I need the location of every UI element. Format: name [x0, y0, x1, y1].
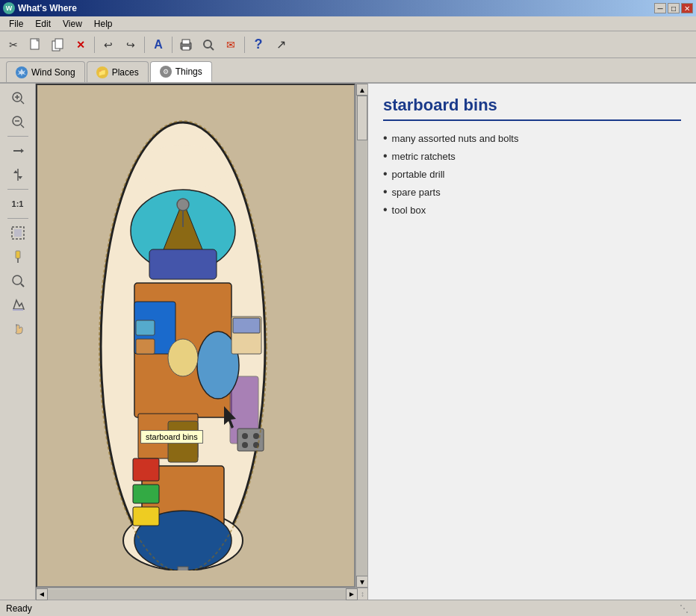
- list-item: • many assorted nuts and bolts: [383, 131, 681, 145]
- minimize-button[interactable]: ─: [654, 3, 666, 13]
- svg-point-54: [177, 199, 189, 211]
- list-item: • spare parts: [383, 185, 681, 199]
- item-1-text: many assorted nuts and bolts: [392, 133, 519, 144]
- list-item: • metric ratchets: [383, 149, 681, 163]
- undo-button[interactable]: ↩: [98, 34, 119, 55]
- separator-1: [94, 37, 95, 53]
- bullet-icon: •: [383, 203, 388, 217]
- main-area: 1:1: [0, 84, 696, 600]
- draw-button[interactable]: [7, 293, 29, 316]
- find-button[interactable]: [198, 34, 219, 55]
- bullet-icon: •: [383, 131, 388, 145]
- copy-button[interactable]: [48, 34, 69, 55]
- scroll-up-button[interactable]: ▲: [356, 84, 368, 96]
- svg-point-26: [13, 276, 22, 284]
- left-toolbar: 1:1: [0, 84, 36, 600]
- info-panel: starboard bins • many assorted nuts and …: [367, 84, 696, 600]
- hscroll-track[interactable]: [48, 589, 346, 600]
- lt-sep-2: [7, 189, 28, 190]
- lt-sep-1: [7, 136, 28, 137]
- lt-sep-3: [7, 218, 28, 219]
- vertical-scrollbar[interactable]: ▲ ▼: [355, 84, 367, 588]
- list-item: • tool box: [383, 203, 681, 217]
- email-button[interactable]: ✉: [220, 34, 241, 55]
- flip-button[interactable]: [7, 164, 29, 186]
- menu-view[interactable]: View: [57, 17, 88, 31]
- bullet-icon: •: [383, 167, 388, 181]
- bullet-icon: •: [383, 185, 388, 199]
- pointer-button[interactable]: ↗: [270, 34, 291, 55]
- scroll-position: ↕: [358, 590, 367, 598]
- search-button[interactable]: [7, 270, 29, 292]
- svg-point-45: [253, 433, 259, 439]
- resize-grip: ⋱: [678, 603, 690, 615]
- font-button[interactable]: A: [148, 34, 169, 55]
- horizontal-scrollbar[interactable]: ◄ ► ↕: [36, 588, 367, 600]
- redo-button[interactable]: ↪: [120, 34, 141, 55]
- item-2-text: metric ratchets: [392, 151, 456, 162]
- bullet-icon: •: [383, 149, 388, 163]
- info-list: • many assorted nuts and bolts • metric …: [383, 131, 681, 217]
- svg-line-13: [21, 101, 24, 104]
- hand-button[interactable]: [7, 317, 29, 340]
- svg-point-46: [242, 442, 248, 448]
- scroll-thumb[interactable]: [357, 96, 367, 140]
- svg-marker-18: [21, 149, 24, 153]
- svg-rect-51: [133, 458, 159, 481]
- menu-help[interactable]: Help: [88, 17, 119, 31]
- zoom-in-button[interactable]: [7, 87, 29, 109]
- close-button[interactable]: ✕: [681, 3, 693, 13]
- svg-rect-5: [182, 40, 190, 44]
- list-item: • portable drill: [383, 167, 681, 181]
- svg-rect-36: [149, 249, 217, 279]
- tab-things-label: Things: [175, 66, 202, 77]
- svg-point-7: [204, 40, 211, 48]
- places-icon: 📁: [96, 66, 108, 78]
- svg-rect-52: [133, 485, 159, 503]
- svg-rect-24: [16, 251, 20, 258]
- scroll-right-button[interactable]: ►: [346, 588, 358, 600]
- tab-places[interactable]: 📁 Places: [87, 61, 149, 82]
- cut-button[interactable]: ✂: [3, 34, 24, 55]
- svg-rect-56: [178, 567, 188, 570]
- tab-places-label: Places: [112, 67, 139, 78]
- svg-point-44: [242, 433, 248, 439]
- separator-4: [244, 37, 245, 53]
- pin-button[interactable]: [7, 246, 29, 268]
- svg-point-41: [168, 339, 198, 376]
- scroll-track[interactable]: [356, 96, 367, 576]
- windsong-icon: [16, 66, 28, 78]
- svg-line-8: [211, 47, 214, 50]
- select-button[interactable]: [7, 222, 29, 244]
- tab-things[interactable]: ⚙ Things: [150, 61, 212, 82]
- svg-point-32: [138, 145, 228, 190]
- help-button[interactable]: ?: [248, 34, 269, 55]
- scale-display: 1:1: [7, 193, 29, 215]
- svg-marker-21: [18, 176, 22, 179]
- svg-rect-59: [136, 339, 155, 354]
- scroll-down-button[interactable]: ▼: [356, 576, 368, 588]
- zoom-out-button[interactable]: [7, 111, 29, 133]
- pan-button[interactable]: [7, 140, 29, 162]
- tab-windsong-label: Wind Song: [31, 67, 75, 78]
- new-button[interactable]: [25, 34, 46, 55]
- toolbar: ✂ ✕ ↩ ↪ A ✉ ? ↗: [0, 31, 696, 58]
- svg-rect-58: [136, 320, 155, 335]
- map-viewport[interactable]: starboard bins: [36, 84, 355, 588]
- title-bar: W What's Where ─ □ ✕: [0, 0, 696, 16]
- menu-bar: File Edit View Help: [0, 16, 696, 31]
- menu-edit[interactable]: Edit: [29, 17, 57, 31]
- separator-3: [172, 37, 173, 53]
- separator-2: [144, 37, 145, 53]
- status-bar: Ready ⋱: [0, 600, 696, 616]
- maximize-button[interactable]: □: [668, 3, 680, 13]
- tab-windsong[interactable]: Wind Song: [6, 61, 85, 82]
- delete-button[interactable]: ✕: [70, 34, 91, 55]
- tabs-bar: Wind Song 📁 Places ⚙ Things: [0, 58, 696, 84]
- scroll-left-button[interactable]: ◄: [36, 588, 48, 600]
- tooltip: starboard bins: [140, 430, 203, 444]
- menu-file[interactable]: File: [3, 17, 29, 31]
- svg-rect-28: [13, 309, 23, 311]
- svg-marker-20: [13, 170, 18, 173]
- print-button[interactable]: [175, 34, 196, 55]
